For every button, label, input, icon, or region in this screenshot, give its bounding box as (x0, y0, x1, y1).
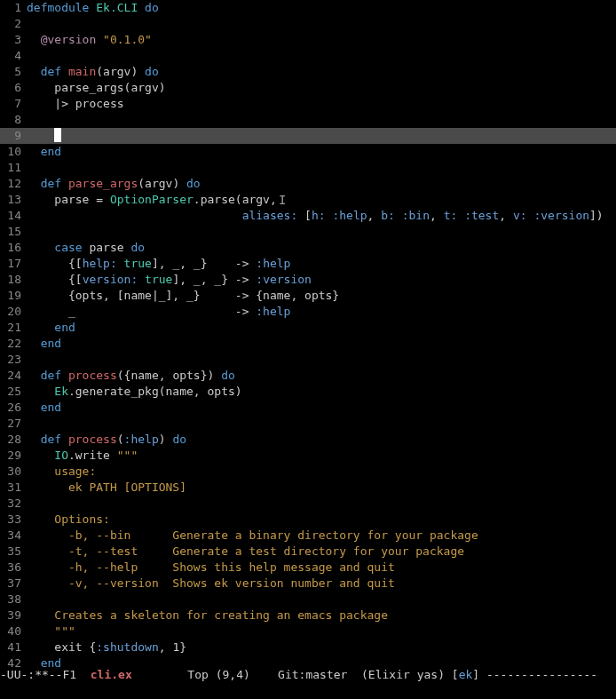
code-content[interactable]: Ek.generate_pkg(name, opts) (27, 384, 616, 400)
code-line[interactable]: 29 IO.write """ (0, 448, 616, 464)
code-line[interactable]: 18 {[version: true], _, _} -> :version (0, 272, 616, 288)
code-content[interactable]: -t, --test Generate a test directory for… (27, 544, 616, 560)
code-line[interactable]: 1defmodule Ek.CLI do (0, 0, 616, 16)
code-line[interactable]: 26 end (0, 400, 616, 416)
code-content[interactable] (27, 16, 616, 32)
code-editor[interactable]: 1defmodule Ek.CLI do23 @version "0.1.0"4… (0, 0, 616, 671)
code-content[interactable]: _ -> :help (27, 304, 616, 320)
line-number: 4 (0, 48, 27, 64)
code-content[interactable]: exit {:shutdown, 1} (27, 639, 616, 655)
line-number: 1 (0, 0, 27, 16)
code-content[interactable]: end (27, 400, 616, 416)
code-content[interactable]: def main(argv) do (27, 64, 616, 80)
code-line[interactable]: 17 {[help: true], _, _} -> :help (0, 256, 616, 272)
code-content[interactable]: Options: (27, 512, 616, 528)
code-line[interactable]: 27 (0, 416, 616, 432)
code-line[interactable]: 16 case parse do (0, 240, 616, 256)
code-line[interactable]: 14 aliases: [h: :help, b: :bin, t: :test… (0, 208, 616, 224)
line-number: 37 (0, 576, 27, 592)
code-content[interactable]: |> process (27, 96, 616, 112)
code-line[interactable]: 30 usage: (0, 464, 616, 480)
code-line[interactable]: 35 -t, --test Generate a test directory … (0, 544, 616, 560)
minibuffer[interactable] (0, 683, 616, 699)
code-content[interactable] (27, 496, 616, 512)
line-number: 41 (0, 639, 27, 655)
code-content[interactable]: defmodule Ek.CLI do (27, 0, 616, 16)
line-number: 27 (0, 416, 27, 432)
code-line[interactable]: 19 {opts, [name|_], _} -> {name, opts} (0, 288, 616, 304)
code-line[interactable]: 11 (0, 160, 616, 176)
code-line[interactable]: 6 parse_args(argv) (0, 80, 616, 96)
modeline-project: ek (459, 667, 473, 683)
code-line[interactable]: 7 |> process (0, 96, 616, 112)
code-content[interactable]: end (27, 144, 616, 160)
code-line[interactable]: 23 (0, 352, 616, 368)
code-content[interactable]: -h, --help Shows this help message and q… (27, 560, 616, 576)
code-content[interactable]: """ (27, 624, 616, 639)
code-line[interactable]: 24 def process({name, opts}) do (0, 368, 616, 384)
line-number: 13 (0, 192, 27, 208)
code-line[interactable]: 21 end (0, 320, 616, 336)
code-content[interactable]: -v, --version Shows ek version number an… (27, 576, 616, 592)
code-line[interactable]: 12 def parse_args(argv) do (0, 176, 616, 192)
code-line[interactable]: 20 _ -> :help (0, 304, 616, 320)
code-line[interactable]: 32 (0, 496, 616, 512)
code-content[interactable]: parse_args(argv) (27, 80, 616, 96)
code-content[interactable]: IO.write """ (27, 448, 616, 464)
code-content[interactable]: end (27, 336, 616, 352)
line-number: 11 (0, 160, 27, 176)
line-number: 23 (0, 352, 27, 368)
code-line[interactable]: 39 Creates a skeleton for creating an em… (0, 608, 616, 624)
code-content[interactable] (27, 416, 616, 432)
code-content[interactable]: {[help: true], _, _} -> :help (27, 256, 616, 272)
code-content[interactable] (27, 160, 616, 176)
code-line[interactable]: 36 -h, --help Shows this help message an… (0, 560, 616, 576)
code-line[interactable]: 37 -v, --version Shows ek version number… (0, 576, 616, 592)
code-line[interactable]: 15 (0, 224, 616, 240)
code-content[interactable] (27, 224, 616, 240)
code-line[interactable]: 9 (0, 128, 616, 144)
line-number: 18 (0, 272, 27, 288)
code-content[interactable]: def parse_args(argv) do (27, 176, 616, 192)
text-cursor (54, 128, 61, 142)
code-content[interactable]: parse = OptionParser.parse(argv, (27, 192, 616, 208)
code-content[interactable]: usage: (27, 464, 616, 480)
code-content[interactable]: {[version: true], _, _} -> :version (27, 272, 616, 288)
code-content[interactable] (27, 112, 616, 128)
modeline-git: Git:master (278, 667, 347, 683)
code-content[interactable]: {opts, [name|_], _} -> {name, opts} (27, 288, 616, 304)
line-number: 20 (0, 304, 27, 320)
code-content[interactable]: end (27, 320, 616, 336)
code-line[interactable]: 38 (0, 592, 616, 608)
code-line[interactable]: 13 parse = OptionParser.parse(argv, (0, 192, 616, 208)
code-line[interactable]: 34 -b, --bin Generate a binary directory… (0, 528, 616, 544)
code-line[interactable]: 4 (0, 48, 616, 64)
code-content[interactable] (27, 592, 616, 608)
code-line[interactable]: 3 @version "0.1.0" (0, 32, 616, 48)
code-content[interactable]: ek PATH [OPTIONS] (27, 480, 616, 496)
line-number: 31 (0, 480, 27, 496)
code-content[interactable]: def process(:help) do (27, 432, 616, 448)
line-number: 9 (0, 128, 27, 144)
code-line[interactable]: 28 def process(:help) do (0, 432, 616, 448)
code-line[interactable]: 8 (0, 112, 616, 128)
code-line[interactable]: 41 exit {:shutdown, 1} (0, 639, 616, 655)
code-content[interactable]: Creates a skeleton for creating an emacs… (27, 608, 616, 624)
code-line[interactable]: 5 def main(argv) do (0, 64, 616, 80)
code-content[interactable]: def process({name, opts}) do (27, 368, 616, 384)
code-content[interactable] (27, 352, 616, 368)
code-line[interactable]: 22 end (0, 336, 616, 352)
code-content[interactable] (27, 128, 616, 144)
code-content[interactable]: @version "0.1.0" (27, 32, 616, 48)
code-content[interactable] (27, 48, 616, 64)
code-content[interactable]: aliases: [h: :help, b: :bin, t: :test, v… (27, 208, 616, 224)
code-content[interactable]: case parse do (27, 240, 616, 256)
code-line[interactable]: 40 """ (0, 624, 616, 639)
line-number: 35 (0, 544, 27, 560)
code-line[interactable]: 10 end (0, 144, 616, 160)
code-content[interactable]: -b, --bin Generate a binary directory fo… (27, 528, 616, 544)
code-line[interactable]: 2 (0, 16, 616, 32)
code-line[interactable]: 25 Ek.generate_pkg(name, opts) (0, 384, 616, 400)
code-line[interactable]: 33 Options: (0, 512, 616, 528)
code-line[interactable]: 31 ek PATH [OPTIONS] (0, 480, 616, 496)
